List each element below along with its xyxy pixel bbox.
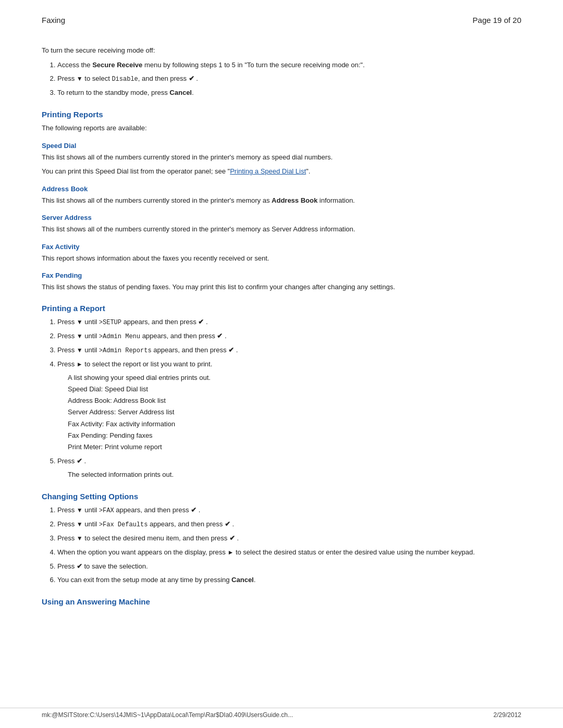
list-item: Press ▼ until >Fax Defaults appears, and… [57,519,521,530]
fax-activity-subheading: Fax Activity [42,243,521,251]
list-item: Press ▼ until >SETUP appears, and then p… [57,317,521,328]
speed-dial-subheading: Speed Dial [42,142,521,150]
page-header: Faxing Page 19 of 20 [42,16,521,30]
printing-reports-intro: The following reports are available: [42,123,521,133]
changing-settings-heading: Changing Setting Options [42,492,521,501]
speed-dial-link[interactable]: Printing a Speed Dial List [230,167,306,175]
page-number: Page 19 of 20 [473,16,521,24]
changing-settings-steps: Press ▼ until >FAX appears, and then pre… [57,505,521,586]
speed-dial-desc1: This list shows all of the numbers curre… [42,152,521,163]
list-item: You can exit from the setup mode at any … [57,575,521,586]
list-item: Press ▼ to select Disable, and then pres… [57,73,521,84]
speed-dial-desc2: You can print this Speed Dial list from … [42,166,521,177]
server-address-subheading: Server Address [42,214,521,221]
printing-report-heading: Printing a Report [42,304,521,313]
fax-pending-subheading: Fax Pending [42,272,521,279]
footer-date: 2/29/2012 [494,711,521,719]
page-footer: mk:@MSITStore:C:\Users\14JMIS~1\AppData\… [0,708,563,719]
list-item: Press ▼ until >FAX appears, and then pre… [57,505,521,516]
page-title: Faxing [42,16,65,24]
step5-indent: The selected information prints out. [68,469,521,480]
footer-path: mk:@MSITStore:C:\Users\14JMIS~1\AppData\… [42,711,293,719]
address-book-subheading: Address Book [42,185,521,193]
server-address-desc: This list shows all of the numbers curre… [42,224,521,235]
list-item: Press ► to select the report or list you… [57,359,521,452]
answering-machine-heading: Using an Answering Machine [42,597,521,606]
fax-activity-desc: This report shows information about the … [42,253,521,264]
list-item: Press ▼ until >Admin Reports appears, an… [57,345,521,356]
list-item: To return to the standby mode, press Can… [57,88,521,98]
printing-report-steps: Press ▼ until >SETUP appears, and then p… [57,317,521,480]
list-item: Access the Secure Receive menu by follow… [57,60,521,71]
fax-pending-desc: This list shows the status of pending fa… [42,282,521,292]
address-book-desc: This list shows all of the numbers curre… [42,195,521,206]
list-item: Press ✔ . The selected information print… [57,456,521,480]
secure-off-intro: To turn the secure receiving mode off: [42,45,521,56]
list-item: Press ▼ to select the desired menu item,… [57,533,521,544]
secure-off-steps: Access the Secure Receive menu by follow… [57,60,521,99]
step4-indent: A list showing your speed dial entries p… [68,372,521,453]
list-item: When the option you want appears on the … [57,547,521,558]
list-item: Press ✔ to save the selection. [57,561,521,572]
list-item: Press ▼ until >Admin Menu appears, and t… [57,331,521,342]
printing-reports-heading: Printing Reports [42,110,521,119]
